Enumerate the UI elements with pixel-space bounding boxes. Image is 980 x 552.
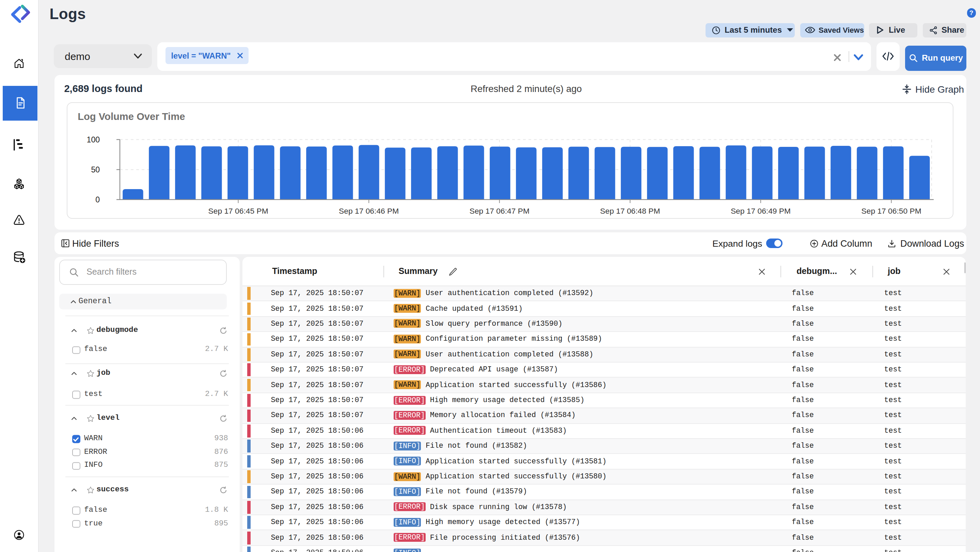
svg-text:Sep 17 06:48 PM: Sep 17 06:48 PM — [600, 207, 660, 216]
svg-text:Sep 17 06:46 PM: Sep 17 06:46 PM — [339, 207, 398, 216]
svg-text:Sep 17 06:49 PM: Sep 17 06:49 PM — [730, 207, 790, 216]
svg-text:Sep 17 06:47 PM: Sep 17 06:47 PM — [469, 207, 529, 216]
svg-text:Sep 17 06:50 PM: Sep 17 06:50 PM — [861, 207, 921, 216]
